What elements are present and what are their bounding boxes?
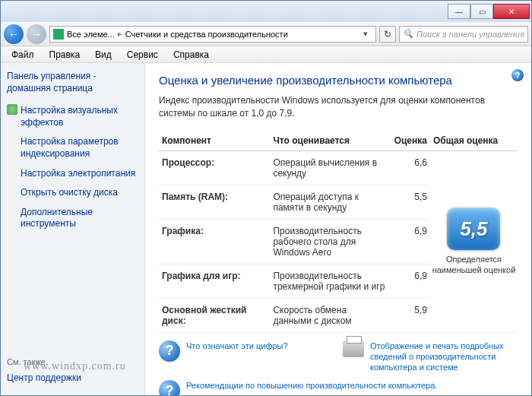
menubar: Файл Правка Вид Сервис Справка — [1, 46, 531, 63]
link-block: ? Рекомендации по повышению производител… — [159, 380, 518, 395]
table-row: Процессор: Операций вычисления в секунду… — [159, 150, 518, 185]
score-table: Компонент Что оценивается Оценка Общая о… — [159, 131, 518, 333]
cell-score: 6,9 — [389, 219, 430, 264]
forward-button[interactable]: → — [27, 24, 46, 44]
navbar: ← → Все элеме... ▸ Счетчики и средства п… — [1, 22, 531, 46]
question-icon: ? — [159, 380, 180, 395]
control-panel-icon — [53, 29, 64, 40]
base-score-badge: 5,5 — [447, 208, 500, 250]
close-button[interactable]: ✕ — [493, 4, 530, 19]
sidebar-home-link[interactable]: Панель управления - домашняя страница — [7, 71, 138, 94]
cell-what: Операций доступа к памяти в секунду — [270, 185, 389, 219]
link-block: ? Что означают эти цифры? — [159, 341, 334, 362]
search-icon: 🔍 — [403, 29, 413, 39]
menu-tools[interactable]: Сервис — [121, 48, 164, 62]
chevron-down-icon[interactable]: ▾ — [359, 29, 372, 39]
link-what-numbers[interactable]: Что означают эти цифры? — [186, 341, 288, 351]
cell-component: Графика для игр: — [159, 264, 270, 298]
col-what: Что оценивается — [270, 131, 389, 151]
sidebar-bottom: См. также Центр поддержки — [7, 357, 138, 388]
menu-file[interactable]: Файл — [5, 48, 40, 62]
sidebar-item-indexing[interactable]: Настройка параметров индексирования — [7, 133, 138, 163]
printer-icon — [343, 341, 364, 357]
cell-what: Операций вычисления в секунду — [270, 150, 389, 185]
back-button[interactable]: ← — [4, 24, 24, 44]
cell-component: Основной жесткий диск: — [159, 298, 270, 332]
search-placeholder: Поиск в панели управления — [416, 30, 524, 39]
minimize-button[interactable]: — — [448, 4, 470, 19]
col-component: Компонент — [159, 131, 270, 151]
titlebar: — ▭ ✕ — [1, 1, 531, 22]
cell-what: Скорость обмена данными с диском — [270, 298, 389, 332]
link-print-details[interactable]: Отображение и печать подробных сведений … — [370, 341, 518, 373]
see-also-label: См. также — [7, 357, 138, 366]
help-links: ? Рекомендации по повышению производител… — [159, 380, 518, 395]
help-icon[interactable]: ? — [511, 69, 524, 81]
sidebar-item-disk-cleanup[interactable]: Открыть очистку диска — [7, 184, 138, 202]
breadcrumb-item[interactable]: Все элеме... — [67, 30, 115, 39]
col-base: Общая оценка — [430, 131, 518, 151]
cell-score: 5,5 — [389, 185, 430, 219]
page-description: Индекс производительности Windows исполь… — [159, 94, 518, 120]
sidebar-item-advanced-tools[interactable]: Дополнительные инструменты — [7, 204, 138, 233]
menu-help[interactable]: Справка — [167, 48, 215, 62]
question-icon: ? — [159, 341, 180, 362]
link-recommendations[interactable]: Рекомендации по повышению производительн… — [186, 380, 437, 391]
maximize-button[interactable]: ▭ — [470, 4, 493, 19]
sidebar-item-support-center[interactable]: Центр поддержки — [7, 369, 138, 388]
link-block: Отображение и печать подробных сведений … — [343, 341, 518, 373]
base-score-caption: Определяется наименьшей оценкой — [432, 255, 516, 274]
address-bar[interactable]: Все элеме... ▸ Счетчики и средства произ… — [49, 26, 376, 43]
cell-score: 6,9 — [389, 264, 430, 298]
page-title: Оценка и увеличение производительности к… — [159, 74, 518, 87]
refresh-button[interactable]: ↻ — [379, 26, 396, 43]
sidebar-item-power[interactable]: Настройка электропитания — [7, 165, 138, 183]
content: Панель управления - домашняя страница На… — [1, 63, 531, 395]
cell-score: 6,6 — [389, 150, 430, 185]
cell-component: Память (RAM): — [159, 185, 270, 219]
cell-component: Графика: — [159, 219, 270, 264]
chevron-right-icon: ▸ — [118, 29, 122, 39]
search-input[interactable]: 🔍 Поиск в панели управления — [399, 26, 528, 43]
breadcrumb-item[interactable]: Счетчики и средства производительности — [125, 30, 288, 39]
main-pane: ? Оценка и увеличение производительности… — [145, 63, 531, 395]
cell-what: Производительность рабочего стола для Wi… — [270, 219, 389, 264]
cell-score: 5,9 — [389, 298, 430, 332]
cell-component: Процессор: — [159, 150, 270, 185]
sidebar-item-visual-effects[interactable]: Настройка визуальных эффектов — [7, 102, 138, 131]
sidebar: Панель управления - домашняя страница На… — [1, 63, 145, 395]
help-links: ? Что означают эти цифры? Отображение и … — [159, 341, 518, 373]
window: — ▭ ✕ ← → Все элеме... ▸ Счетчики и сред… — [0, 0, 532, 396]
menu-edit[interactable]: Правка — [43, 48, 87, 62]
cell-what: Производительность трехмерной графики и … — [270, 264, 389, 298]
titlebar-buttons: — ▭ ✕ — [448, 4, 530, 19]
menu-view[interactable]: Вид — [89, 48, 118, 62]
base-score-cell: 5,5 Определяется наименьшей оценкой — [430, 150, 518, 332]
col-score: Оценка — [389, 131, 430, 151]
